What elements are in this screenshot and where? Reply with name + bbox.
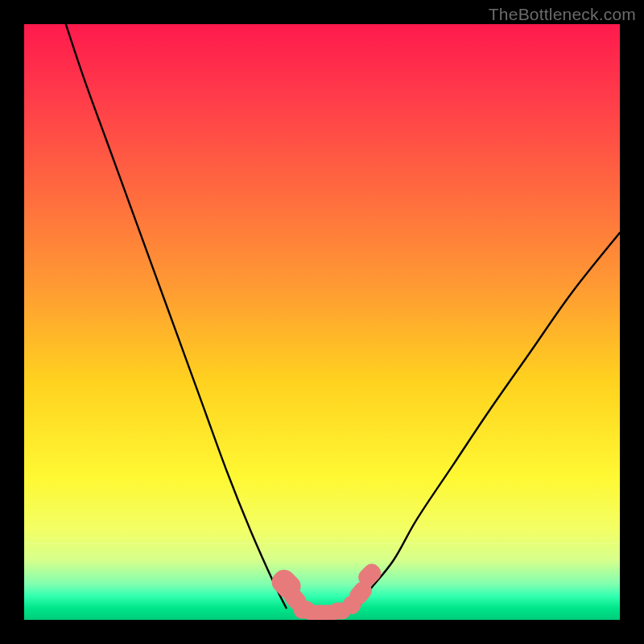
plot-area — [24, 24, 620, 620]
curve-group — [66, 24, 620, 608]
curve-right-branch — [357, 233, 620, 608]
watermark-text: TheBottleneck.com — [489, 5, 636, 24]
curve-left-branch — [66, 24, 287, 608]
curve-svg — [24, 24, 620, 620]
marker-group — [267, 560, 384, 620]
chart-frame: TheBottleneck.com — [0, 0, 644, 644]
